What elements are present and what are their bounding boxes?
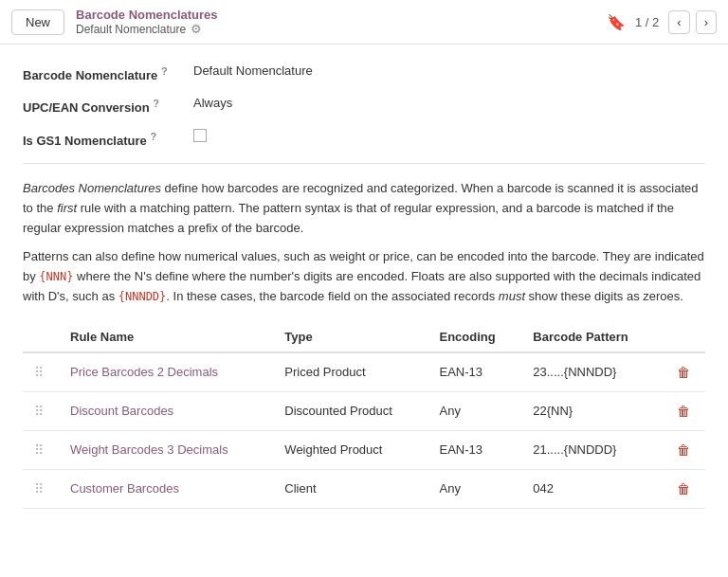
delete-rule-button[interactable]: 🗑 xyxy=(673,441,694,460)
barcode-nomenclature-tooltip[interactable]: ? xyxy=(161,65,168,77)
drag-handle-cell: ⠿ xyxy=(23,352,59,392)
delete-rule-button[interactable]: 🗑 xyxy=(673,363,694,382)
table-body: ⠿ Price Barcodes 2 Decimals Priced Produ… xyxy=(23,352,705,509)
next-button[interactable]: › xyxy=(696,10,717,34)
top-bar-left: New Barcode Nomenclatures Default Nomenc… xyxy=(11,8,218,36)
description-paragraph-2: Patterns can also define how numerical v… xyxy=(23,247,705,306)
drag-handle-icon[interactable]: ⠿ xyxy=(34,404,47,419)
table-row: ⠿ Customer Barcodes Client Any 042 🗑 xyxy=(23,469,705,508)
desc-p2-italic-must: must xyxy=(499,289,525,303)
col-pattern: Barcode Pattern xyxy=(521,322,662,352)
barcode-nomenclature-row: Barcode Nomenclature ? Default Nomenclat… xyxy=(23,63,705,82)
breadcrumb-parent-link[interactable]: Barcode Nomenclatures xyxy=(76,8,218,22)
description-paragraph-1: Barcodes Nomenclatures define how barcod… xyxy=(23,179,705,238)
drag-handle-cell: ⠿ xyxy=(23,391,59,430)
delete-rule-button[interactable]: 🗑 xyxy=(673,479,694,498)
table-row: ⠿ Price Barcodes 2 Decimals Priced Produ… xyxy=(23,352,705,392)
is-gs1-checkbox[interactable] xyxy=(193,129,207,142)
divider xyxy=(23,163,705,164)
rule-delete-cell: 🗑 xyxy=(662,391,705,430)
delete-rule-button[interactable]: 🗑 xyxy=(673,402,694,421)
rule-name-link[interactable]: Weight Barcodes 3 Decimals xyxy=(70,442,228,457)
upc-ean-tooltip[interactable]: ? xyxy=(153,98,159,109)
is-gs1-label: Is GS1 Nomenclature ? xyxy=(23,129,193,148)
rule-name-cell: Discount Barcodes xyxy=(59,391,273,430)
drag-handle-cell: ⠿ xyxy=(23,469,59,508)
table-row: ⠿ Discount Barcodes Discounted Product A… xyxy=(23,391,705,430)
rule-name-cell: Customer Barcodes xyxy=(59,469,273,508)
is-gs1-row: Is GS1 Nomenclature ? xyxy=(23,129,705,148)
rule-pattern-cell: 23.....{NNNDD} xyxy=(521,352,662,392)
rule-name-cell: Price Barcodes 2 Decimals xyxy=(59,352,273,392)
rule-type-cell: Client xyxy=(273,469,428,508)
rule-name-link[interactable]: Discount Barcodes xyxy=(70,404,173,418)
prev-button[interactable]: ‹ xyxy=(668,10,689,34)
description-block: Barcodes Nomenclatures define how barcod… xyxy=(23,179,705,307)
gear-icon[interactable]: ⚙ xyxy=(191,22,202,36)
rule-pattern-cell: 22{NN} xyxy=(521,391,662,430)
new-button[interactable]: New xyxy=(11,9,64,35)
rule-encoding-cell: Any xyxy=(428,391,522,430)
upc-ean-value: Always xyxy=(193,96,232,110)
rule-encoding-cell: Any xyxy=(428,469,522,508)
col-rule-name: Rule Name xyxy=(59,322,273,352)
top-bar-right: 🔖 1 / 2 ‹ › xyxy=(607,10,717,34)
rule-type-cell: Discounted Product xyxy=(273,391,428,430)
desc-p1-italic-first: first xyxy=(57,201,77,215)
bookmark-icon[interactable]: 🔖 xyxy=(607,13,626,31)
desc-p2-highlight2: {NNNDD} xyxy=(118,290,167,303)
rule-pattern-cell: 21.....{NNDDD} xyxy=(521,430,662,469)
desc-p2-highlight1: {NNN} xyxy=(39,270,73,283)
rule-name-link[interactable]: Customer Barcodes xyxy=(70,481,179,496)
rule-delete-cell: 🗑 xyxy=(662,469,705,508)
drag-handle-icon[interactable]: ⠿ xyxy=(34,481,47,496)
table-header-row: Rule Name Type Encoding Barcode Pattern xyxy=(23,322,705,352)
desc-p1-italic-start: Barcodes Nomenclatures xyxy=(23,181,161,195)
desc-p1-text2: rule with a matching pattern. The patter… xyxy=(23,201,674,235)
upc-ean-row: UPC/EAN Conversion ? Always xyxy=(23,96,705,115)
breadcrumb-current: Default Nomenclature xyxy=(76,23,186,36)
is-gs1-tooltip[interactable]: ? xyxy=(150,131,156,142)
drag-handle-cell: ⠿ xyxy=(23,430,59,469)
barcode-nomenclature-value: Default Nomenclature xyxy=(193,63,313,78)
form-section: Barcode Nomenclature ? Default Nomenclat… xyxy=(23,63,705,148)
rule-delete-cell: 🗑 xyxy=(662,352,705,392)
col-type: Type xyxy=(273,322,428,352)
table-row: ⠿ Weight Barcodes 3 Decimals Weighted Pr… xyxy=(23,430,705,469)
rule-pattern-cell: 042 xyxy=(521,469,662,508)
col-encoding: Encoding xyxy=(428,322,522,352)
breadcrumb-sub: Default Nomenclature ⚙ xyxy=(76,22,218,36)
drag-handle-icon[interactable]: ⠿ xyxy=(34,442,47,458)
desc-p2-text3: . In these cases, the barcode field on t… xyxy=(166,289,499,303)
rule-name-cell: Weight Barcodes 3 Decimals xyxy=(59,430,273,469)
page-counter: 1 / 2 xyxy=(635,15,659,29)
rule-delete-cell: 🗑 xyxy=(662,430,705,469)
upc-ean-label: UPC/EAN Conversion ? xyxy=(23,96,193,115)
main-content: Barcode Nomenclature ? Default Nomenclat… xyxy=(0,45,728,528)
col-actions xyxy=(662,322,705,352)
barcode-nomenclature-label: Barcode Nomenclature ? xyxy=(23,63,193,82)
desc-p2-text4: show these digits as zeroes. xyxy=(525,289,683,303)
breadcrumb-area: Barcode Nomenclatures Default Nomenclatu… xyxy=(76,8,218,36)
top-bar: New Barcode Nomenclatures Default Nomenc… xyxy=(0,0,728,45)
rule-type-cell: Weighted Product xyxy=(273,430,428,469)
rule-name-link[interactable]: Price Barcodes 2 Decimals xyxy=(70,365,218,379)
rule-type-cell: Priced Product xyxy=(273,352,428,392)
drag-handle-icon[interactable]: ⠿ xyxy=(34,365,47,380)
rule-encoding-cell: EAN-13 xyxy=(428,352,522,392)
table-header: Rule Name Type Encoding Barcode Pattern xyxy=(23,322,705,352)
col-drag xyxy=(23,322,59,352)
rules-table: Rule Name Type Encoding Barcode Pattern … xyxy=(23,322,705,509)
rule-encoding-cell: EAN-13 xyxy=(428,430,522,469)
